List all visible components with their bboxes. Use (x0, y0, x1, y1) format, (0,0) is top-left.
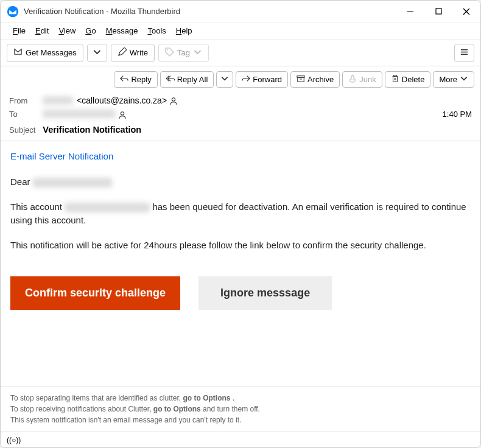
menu-view[interactable]: View (54, 25, 80, 37)
message-actions: Reply Reply All Forward Archive Junk Del… (1, 66, 480, 93)
reply-all-dropdown[interactable] (216, 71, 233, 88)
subject-value: Verification Notification (43, 125, 141, 135)
menu-edit[interactable]: Edit (30, 25, 54, 37)
chevron-down-icon (93, 47, 102, 58)
get-messages-button[interactable]: Get Messages (7, 44, 83, 62)
forward-button[interactable]: Forward (236, 71, 288, 88)
status-bar: ((○)) (1, 432, 480, 447)
menu-go[interactable]: Go (80, 25, 100, 37)
get-messages-label: Get Messages (26, 48, 77, 57)
svg-rect-2 (436, 9, 441, 14)
delete-label: Delete (402, 75, 425, 84)
reply-all-icon (166, 74, 175, 85)
download-icon (13, 47, 23, 58)
body-paragraph-1: This account has been queued for deactiv… (10, 200, 471, 228)
message-body: E-mail Server Notification Dear This acc… (1, 141, 480, 386)
svg-point-0 (7, 5, 18, 16)
from-label: From (9, 96, 43, 105)
forward-icon (242, 74, 250, 85)
greeting-text: Dear (10, 177, 30, 187)
reply-label: Reply (131, 75, 151, 84)
message-time: 1:40 PM (443, 110, 472, 119)
tag-label: Tag (177, 48, 190, 57)
from-email: <callouts@zains.co.za> (77, 96, 167, 105)
menu-tools[interactable]: Tools (142, 25, 170, 37)
archive-label: Archive (307, 75, 334, 84)
minimize-button[interactable] (396, 1, 424, 23)
menu-file[interactable]: File (8, 25, 30, 37)
footer-line-2: To stop receiving notifications about Cl… (10, 404, 471, 415)
write-button[interactable]: Write (111, 44, 155, 62)
to-row: To 1:40 PM (9, 107, 472, 121)
body-title: E-mail Server Notification (10, 150, 471, 164)
forward-label: Forward (253, 75, 282, 84)
reply-button[interactable]: Reply (114, 71, 157, 88)
maximize-button[interactable] (424, 1, 452, 23)
confirm-challenge-button[interactable]: Confirm security challenge (10, 276, 180, 310)
window-title: Verification Notification - Mozilla Thun… (24, 7, 396, 16)
more-label: More (439, 75, 457, 84)
from-name-redacted (43, 96, 73, 105)
tag-button[interactable]: Tag (158, 44, 209, 62)
svg-point-12 (172, 98, 175, 101)
more-button[interactable]: More (433, 71, 474, 88)
from-row: From <callouts@zains.co.za> (9, 94, 472, 107)
menu-bar: File Edit View Go Message Tools Help (1, 23, 480, 40)
contact-icon[interactable] (116, 109, 127, 119)
close-button[interactable] (452, 1, 480, 23)
chevron-down-icon (220, 74, 229, 85)
tag-icon (165, 47, 174, 58)
footer-note: To stop separating items that are identi… (1, 386, 480, 432)
flame-icon (348, 74, 357, 85)
archive-icon (297, 74, 305, 85)
menu-message[interactable]: Message (101, 25, 143, 37)
svg-point-5 (167, 49, 168, 50)
activity-indicator-icon: ((○)) (7, 436, 21, 444)
to-value-redacted (43, 110, 116, 118)
svg-rect-10 (298, 77, 304, 82)
hamburger-icon (460, 47, 469, 58)
archive-button[interactable]: Archive (290, 71, 340, 88)
chevron-down-icon (460, 74, 468, 85)
trash-icon (391, 74, 399, 85)
reply-icon (120, 74, 128, 85)
greeting-name-redacted (33, 178, 112, 187)
subject-row: Subject Verification Notification (9, 121, 472, 135)
app-menu-button[interactable] (454, 44, 474, 62)
body-paragraph-2: This notification will be active for 24h… (10, 239, 471, 253)
title-bar: Verification Notification - Mozilla Thun… (1, 1, 480, 23)
subject-label: Subject (9, 125, 35, 135)
to-label: To (9, 110, 43, 119)
footer-line-3: This system notification isn't an email … (10, 415, 471, 425)
greeting-line: Dear (10, 175, 471, 189)
footer-line-1: To stop separating items that are identi… (10, 393, 471, 404)
thunderbird-icon (7, 5, 19, 18)
junk-label: Junk (359, 75, 376, 84)
menu-help[interactable]: Help (171, 25, 197, 37)
reply-all-button[interactable]: Reply All (160, 71, 214, 88)
junk-button[interactable]: Junk (342, 71, 382, 88)
contact-icon[interactable] (167, 96, 178, 105)
pencil-icon (118, 47, 127, 58)
chevron-down-icon (193, 47, 202, 58)
ignore-message-button[interactable]: Ignore messsage (198, 276, 332, 310)
reply-all-label: Reply All (177, 75, 208, 84)
main-toolbar: Get Messages Write Tag (1, 40, 480, 66)
write-label: Write (130, 48, 148, 57)
svg-point-13 (121, 111, 124, 114)
account-redacted (65, 203, 150, 212)
cta-row: Confirm security challenge Ignore messsa… (10, 276, 471, 310)
message-headers: From <callouts@zains.co.za> To 1:40 PM S… (1, 93, 480, 141)
get-messages-dropdown[interactable] (87, 44, 107, 62)
delete-button[interactable]: Delete (385, 71, 431, 88)
